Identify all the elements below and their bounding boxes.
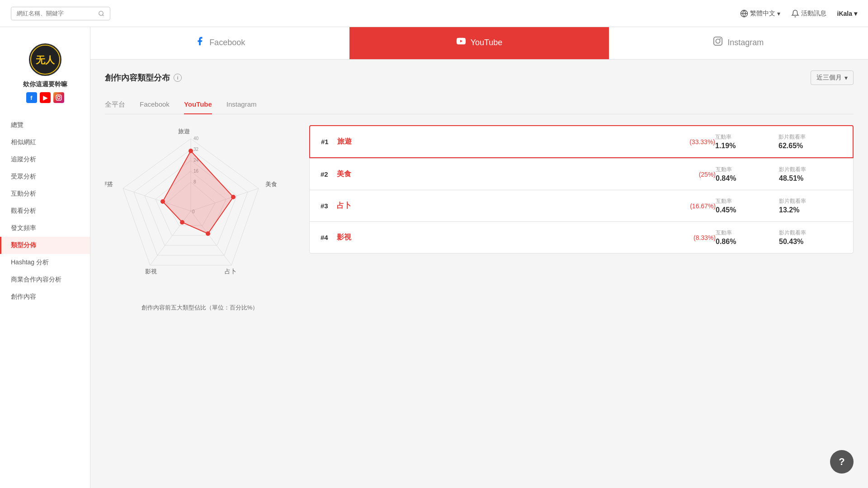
sub-tab-facebook-label: Facebook (140, 100, 170, 108)
stat-value-interaction-3: 0.45% (716, 206, 779, 214)
social-links: f ▶ (26, 92, 64, 103)
stat-value-interaction-1: 1.19% (715, 142, 778, 150)
user-chevron-icon: ▾ (854, 10, 857, 17)
tab-facebook[interactable]: Facebook (90, 27, 349, 59)
sidebar-label-overview: 總覽 (11, 121, 24, 129)
rank-4: #4 (321, 234, 337, 241)
svg-text:40: 40 (193, 136, 199, 141)
date-selector[interactable]: 近三個月 ▾ (811, 70, 854, 85)
sidebar-item-content[interactable]: 創作內容 (0, 288, 90, 305)
youtube-social-icon[interactable]: ▶ (40, 92, 51, 103)
sub-tabs: 全平台 Facebook YouTube Instagram (105, 96, 854, 114)
sidebar-item-collab[interactable]: 商業合作內容分析 (0, 271, 90, 288)
sidebar-label-post-freq: 發文頻率 (11, 224, 36, 232)
facebook-social-icon[interactable]: f (26, 92, 37, 103)
svg-text:32: 32 (193, 147, 199, 152)
sidebar-menu: 總覽 相似網紅 追蹤分析 受眾分析 互動分析 觀看分析 發文頻率 類型分佈 (0, 117, 90, 305)
section-title: 創作內容類型分布 i (105, 72, 182, 83)
svg-line-1 (103, 14, 104, 16)
help-button[interactable]: ? (830, 450, 854, 474)
svg-point-12 (716, 39, 720, 43)
section-title-text: 創作內容類型分布 (105, 72, 170, 83)
sidebar-label-category: 類型分佈 (11, 241, 36, 249)
tab-youtube[interactable]: YouTube (349, 27, 609, 59)
stat-view-2: 影片觀看率 48.51% (779, 166, 842, 183)
sub-tab-youtube[interactable]: YouTube (184, 96, 212, 114)
help-icon: ? (839, 456, 844, 468)
svg-point-33 (231, 195, 236, 199)
radar-chart-container: 40 32 24 16 8 0 (105, 125, 295, 312)
language-label: 繁體中文 (750, 9, 775, 18)
bell-icon (791, 9, 799, 18)
chart-list-container: 40 32 24 16 8 0 (105, 125, 854, 312)
pct-3: (16.67%) (690, 202, 716, 210)
stat-value-view-2: 48.51% (779, 174, 842, 183)
globe-icon (740, 9, 748, 18)
svg-point-0 (99, 11, 103, 15)
notifications-button[interactable]: 活動訊息 (791, 9, 826, 18)
sidebar-item-watching[interactable]: 觀看分析 (0, 202, 90, 220)
facebook-tab-icon (195, 36, 205, 49)
sidebar-item-audience[interactable]: 受眾分析 (0, 168, 90, 185)
svg-text:穿搭: 穿搭 (105, 181, 113, 188)
sub-tab-all-label: 全平台 (105, 100, 125, 108)
search-input[interactable] (17, 10, 94, 17)
sub-tab-instagram[interactable]: Instagram (226, 96, 257, 114)
stat-value-interaction-2: 0.84% (716, 174, 779, 183)
sidebar-label-tracking: 追蹤分析 (11, 155, 36, 164)
sidebar-item-hashtag[interactable]: Hashtag 分析 (0, 254, 90, 271)
category-list: #1 旅遊 (33.33%) 互動率 1.19% 影片觀看率 62.65% (309, 125, 854, 312)
search-icon (98, 10, 104, 17)
stat-value-view-4: 50.43% (779, 238, 842, 246)
stat-interaction-2: 互動率 0.84% (716, 166, 779, 183)
instagram-social-icon[interactable] (53, 92, 64, 103)
sidebar-item-interaction[interactable]: 互動分析 (0, 185, 90, 202)
sidebar-item-tracking[interactable]: 追蹤分析 (0, 151, 90, 168)
svg-rect-7 (56, 95, 61, 100)
info-icon[interactable]: i (174, 74, 182, 82)
sidebar-item-post-freq[interactable]: 發文頻率 (0, 220, 90, 237)
stat-value-view-3: 13.2% (779, 206, 842, 214)
svg-text:影視: 影視 (145, 268, 157, 275)
svg-text:无人: 无人 (35, 55, 55, 65)
svg-point-9 (60, 96, 60, 96)
sub-tab-facebook[interactable]: Facebook (140, 96, 170, 114)
stat-label-view-3: 影片觀看率 (779, 197, 842, 205)
stat-label-view-2: 影片觀看率 (779, 166, 842, 174)
sub-tab-instagram-label: Instagram (226, 100, 257, 108)
stat-view-3: 影片觀看率 13.2% (779, 197, 842, 214)
language-selector[interactable]: 繁體中文 ▾ (740, 9, 780, 18)
sub-tab-all[interactable]: 全平台 (105, 96, 125, 114)
youtube-tab-icon (456, 36, 466, 49)
nav-right: 繁體中文 ▾ 活動訊息 iKala ▾ (740, 9, 857, 18)
name-1: 旅遊 (337, 137, 686, 146)
main-content: Facebook YouTube Instagram 創作內容類型分布 (90, 27, 868, 488)
avatar: 无人 (29, 43, 61, 76)
youtube-tab-label: YouTube (471, 38, 503, 47)
svg-point-32 (189, 149, 193, 153)
chevron-down-icon: ▾ (777, 10, 780, 17)
svg-point-34 (206, 231, 210, 236)
stat-view-1: 影片觀看率 62.65% (778, 133, 842, 150)
svg-text:占卜: 占卜 (225, 268, 236, 275)
search-box[interactable] (11, 7, 110, 20)
top-nav: 繁體中文 ▾ 活動訊息 iKala ▾ (0, 0, 868, 27)
profile-name: 欸你這週要幹嘛 (23, 80, 67, 89)
sidebar-label-content: 創作內容 (11, 293, 36, 301)
sidebar-item-similar[interactable]: 相似網紅 (0, 134, 90, 151)
tab-instagram[interactable]: Instagram (609, 27, 868, 59)
sidebar-profile: 无人 欸你這週要幹嘛 f ▶ (0, 36, 90, 112)
sidebar-item-category[interactable]: 類型分佈 (0, 237, 90, 254)
date-selector-label: 近三個月 (816, 74, 842, 82)
svg-point-13 (720, 38, 721, 40)
user-menu[interactable]: iKala ▾ (837, 10, 857, 17)
chart-caption: 創作內容前五大類型佔比（單位：百分比%） (105, 304, 295, 312)
sidebar-item-overview[interactable]: 總覽 (0, 117, 90, 134)
rank-1: #1 (321, 138, 337, 145)
stat-label-interaction-2: 互動率 (716, 166, 779, 174)
instagram-tab-icon (713, 36, 723, 49)
stat-interaction-4: 互動率 0.86% (716, 229, 779, 246)
sidebar-label-similar: 相似網紅 (11, 138, 36, 146)
user-name: iKala (837, 10, 852, 17)
svg-point-36 (160, 199, 165, 204)
